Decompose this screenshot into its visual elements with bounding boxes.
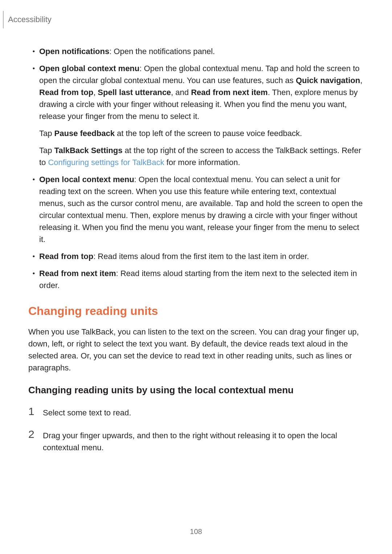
list-item-text: Open global context menu: Open the globa… [39, 62, 364, 122]
list-item-text: Open notifications: Open the notificatio… [39, 45, 364, 57]
page-number: 108 [0, 528, 392, 536]
list-item-text: Read from next item: Read items aloud st… [39, 267, 364, 291]
header-section-title: Accessibility [8, 15, 52, 24]
page-header: Accessibility [3, 11, 52, 28]
text-span: , [93, 88, 98, 97]
list-item: • Read from next item: Read items aloud … [28, 267, 364, 291]
text-span-bold: TalkBack Settings [54, 146, 123, 155]
inline-link[interactable]: Configuring settings for TalkBack [48, 158, 164, 167]
list-item-lead: Read from next item [39, 269, 116, 278]
text-span-bold: Quick navigation [296, 76, 360, 85]
step-item: 2 Drag your finger upwards, and then to … [28, 428, 364, 454]
list-item-lead: Open notifications [39, 47, 109, 56]
text-span-bold: Read from next item [191, 88, 268, 97]
bullet-icon: • [28, 62, 39, 122]
list-item: • Read from top: Read items aloud from t… [28, 250, 364, 262]
page-content: • Open notifications: Open the notificat… [0, 45, 392, 463]
list-item: • Open local context menu: Open the loca… [28, 173, 364, 245]
list-item-lead: Open local context menu [39, 175, 134, 184]
list-item-rest: : Open the local contextual menu. You ca… [39, 175, 363, 244]
sub-heading: Changing reading units by using the loca… [28, 385, 364, 396]
text-span: Tap [39, 146, 54, 155]
text-span: , and [171, 88, 191, 97]
sub-paragraph: Tap Pause feedback at the top left of th… [39, 127, 364, 139]
list-item-text: Open local context menu: Open the local … [39, 173, 364, 245]
text-span: Tap [39, 129, 54, 138]
section-heading: Changing reading units [28, 304, 364, 318]
list-item-lead: Open global context menu [39, 64, 139, 73]
text-span-bold: Pause feedback [54, 129, 115, 138]
header-divider [3, 11, 4, 28]
sub-paragraph: Tap TalkBack Settings at the top right o… [39, 144, 364, 168]
bullet-icon: • [28, 250, 39, 262]
step-text: Select some text to read. [43, 405, 364, 419]
text-span: at the top left of the screen to pause v… [115, 129, 302, 138]
text-span: for more information. [164, 158, 240, 167]
bullet-icon: • [28, 267, 39, 291]
list-item-rest: : Read items aloud from the first item t… [93, 252, 309, 261]
text-span-bold: Spell last utterance [98, 88, 171, 97]
list-item: • Open global context menu: Open the glo… [28, 62, 364, 122]
bullet-icon: • [28, 45, 39, 57]
step-number: 2 [28, 428, 43, 454]
bullet-icon: • [28, 173, 39, 245]
list-item-text: Read from top: Read items aloud from the… [39, 250, 364, 262]
step-item: 1 Select some text to read. [28, 405, 364, 419]
step-text: Drag your finger upwards, and then to th… [43, 428, 364, 454]
text-span: , [360, 76, 362, 85]
list-item: • Open notifications: Open the notificat… [28, 45, 364, 57]
list-item-lead: Read from top [39, 252, 93, 261]
step-number: 1 [28, 405, 43, 419]
text-span-bold: Read from top [39, 88, 93, 97]
list-item-rest: : Open the notifications panel. [109, 47, 215, 56]
body-paragraph: When you use TalkBack, you can listen to… [28, 326, 364, 374]
